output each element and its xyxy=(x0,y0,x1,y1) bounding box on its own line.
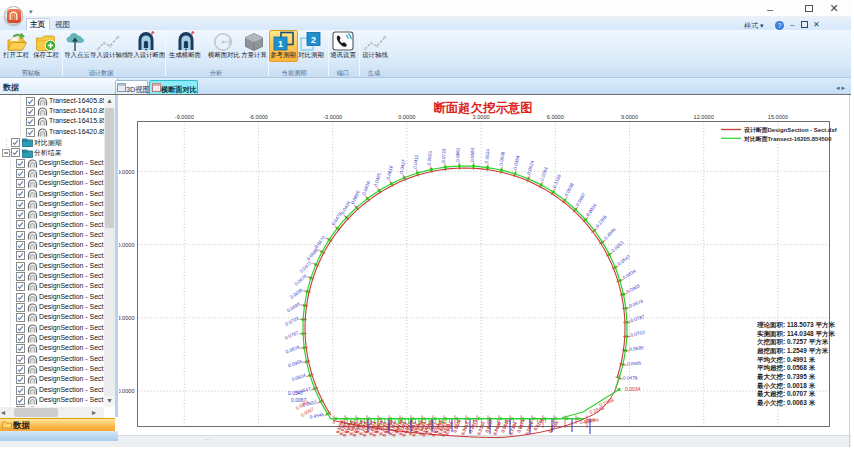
svg-text:0.0508: 0.0508 xyxy=(564,182,575,197)
svg-text:断面超欠挖示意图: 断面超欠挖示意图 xyxy=(433,101,532,115)
svg-text:-6.0000: -6.0000 xyxy=(249,114,268,120)
svg-text:0.2368: 0.2368 xyxy=(598,397,615,408)
svg-text:0.0616: 0.0616 xyxy=(386,165,394,181)
svg-text:平均超挖: 0.0568 米: 平均超挖: 0.0568 米 xyxy=(757,364,816,372)
svg-text:0.0678: 0.0678 xyxy=(285,344,301,354)
svg-text:15.0000: 15.0000 xyxy=(768,114,788,120)
svg-text:0.0478: 0.0478 xyxy=(293,273,307,286)
svg-text:欠挖面积: 0.7257 平方米: 欠挖面积: 0.7257 平方米 xyxy=(756,338,829,346)
svg-text:6.0000: 6.0000 xyxy=(119,242,135,248)
svg-text:0.0427: 0.0427 xyxy=(399,159,407,174)
svg-text:0.4546: 0.4546 xyxy=(603,227,617,241)
svg-text:0.0624: 0.0624 xyxy=(526,160,535,176)
svg-text:平均欠挖: 0.4991 米: 平均欠挖: 0.4991 米 xyxy=(757,356,816,364)
svg-text:0.0616: 0.0616 xyxy=(361,180,371,196)
svg-text:6.0000: 6.0000 xyxy=(547,114,564,120)
svg-text:0.0661: 0.0661 xyxy=(455,147,460,162)
svg-text:3.0000: 3.0000 xyxy=(119,315,135,321)
svg-text:0.0703: 0.0703 xyxy=(630,329,645,337)
svg-text:0.0034: 0.0034 xyxy=(585,202,598,217)
svg-text:9.0000: 9.0000 xyxy=(621,114,638,120)
svg-text:0.0478: 0.0478 xyxy=(623,375,638,380)
svg-text:0.0699: 0.0699 xyxy=(350,189,361,204)
svg-text:0.0584: 0.0584 xyxy=(470,147,476,162)
svg-text:0.0955: 0.0955 xyxy=(626,283,641,294)
svg-text:0.0678: 0.0678 xyxy=(629,298,645,308)
svg-text:理论面积: 118.5073 平方米: 理论面积: 118.5073 平方米 xyxy=(756,321,836,329)
svg-text:1: 1 xyxy=(278,39,283,49)
svg-text:0.3198: 0.3198 xyxy=(552,173,562,189)
svg-text:2: 2 xyxy=(311,35,316,45)
svg-text:0.0410: 0.0410 xyxy=(412,154,419,169)
svg-text:0.0787: 0.0787 xyxy=(630,314,646,323)
svg-text:0.0695: 0.0695 xyxy=(286,301,301,313)
svg-text:0.0787: 0.0787 xyxy=(284,330,299,341)
svg-text:实测面积: 114.0348 平方米: 实测面积: 114.0348 平方米 xyxy=(757,330,836,338)
svg-text:0.0603: 0.0603 xyxy=(426,150,433,165)
svg-text:0.0508: 0.0508 xyxy=(498,151,505,166)
svg-text:最小欠挖: 0.0063 米: 最小欠挖: 0.0063 米 xyxy=(756,399,816,407)
svg-text:3.0000: 3.0000 xyxy=(473,114,490,120)
svg-text:0.0034: 0.0034 xyxy=(625,386,641,392)
svg-text:0.0624: 0.0624 xyxy=(484,148,491,163)
svg-text:0.0955: 0.0955 xyxy=(288,359,304,369)
svg-text:0.4546: 0.4546 xyxy=(309,412,324,420)
svg-text:0.0695: 0.0695 xyxy=(627,361,642,367)
svg-text:0.0653: 0.0653 xyxy=(610,240,624,253)
svg-text:-3.0000: -3.0000 xyxy=(323,114,342,120)
svg-text:0.0384: 0.0384 xyxy=(513,155,521,170)
svg-text:-9.0000: -9.0000 xyxy=(175,114,194,120)
svg-text:0.0472: 0.0472 xyxy=(299,260,313,274)
svg-text:对比断面Transect-16205.854500: 对比断面Transect-16205.854500 xyxy=(743,135,832,143)
svg-text:0.2368: 0.2368 xyxy=(595,214,608,228)
svg-text:0.0695: 0.0695 xyxy=(629,345,644,352)
svg-text:0.0547: 0.0547 xyxy=(617,254,632,267)
svg-text:最小欠挖: 0.0018 米: 最小欠挖: 0.0018 米 xyxy=(756,382,816,390)
svg-text:0.0997: 0.0997 xyxy=(575,192,587,207)
svg-text:0.0733: 0.0733 xyxy=(441,148,447,163)
svg-text:0.0584: 0.0584 xyxy=(539,166,549,182)
svg-text:0.0634: 0.0634 xyxy=(291,373,307,382)
svg-text:0.0695: 0.0695 xyxy=(289,287,304,300)
svg-text:12.0000: 12.0000 xyxy=(694,114,714,120)
svg-text:0.0000: 0.0000 xyxy=(398,114,415,120)
svg-text:0.0703: 0.0703 xyxy=(284,316,299,327)
svg-text:超挖面积: 1.2549 平方米: 超挖面积: 1.2549 平方米 xyxy=(757,347,829,355)
svg-text:设计断面DesignSection - Sect.dxf: 设计断面DesignSection - Sect.dxf xyxy=(743,126,837,134)
svg-text:最大欠挖: 0.7395 米: 最大欠挖: 0.7395 米 xyxy=(756,373,816,381)
svg-text:0.0000: 0.0000 xyxy=(119,388,135,394)
svg-text:9.0000: 9.0000 xyxy=(119,169,135,175)
svg-text:最大超挖: 0.0707 米: 最大超挖: 0.0707 米 xyxy=(756,390,816,398)
svg-text:0.0547: 0.0547 xyxy=(288,390,304,396)
svg-text:0.0425: 0.0425 xyxy=(373,172,382,188)
